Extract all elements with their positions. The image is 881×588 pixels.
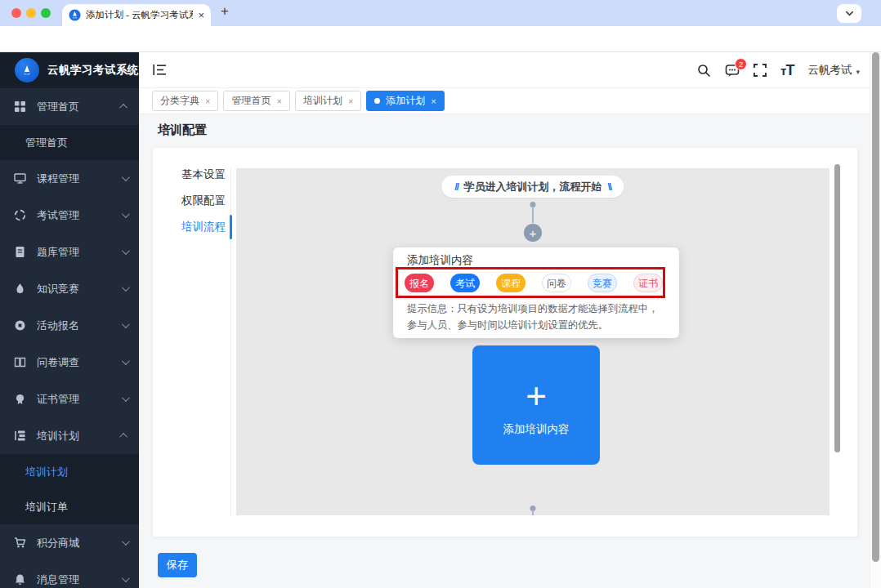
sidebar-item-courses[interactable]: 课程管理 xyxy=(0,160,139,197)
chevron-down-icon xyxy=(122,173,130,181)
popup-tip-text: 提示信息：只有设为培训项目的数据才能选择到流程中，参与人员、参与时间以培训计划设… xyxy=(407,301,667,333)
contest-flame-icon xyxy=(14,283,27,295)
sidebar-item-label: 管理首页 xyxy=(37,100,112,114)
flow-add-node-button[interactable]: + xyxy=(524,224,542,242)
favicon xyxy=(69,9,81,21)
sidebar-item-training-plan[interactable]: 培训计划 xyxy=(0,417,139,454)
flow-start-label: 学员进入培训计划，流程开始 xyxy=(464,180,602,194)
chip-course[interactable]: 课程 xyxy=(496,274,525,292)
notifications-icon[interactable]: 2 xyxy=(725,64,740,78)
add-content-popup: 添加培训内容 报名 考试 课程 问卷 竞赛 证书 提示信息：只有设为培训项目的数… xyxy=(393,247,679,338)
certificate-badge-icon xyxy=(14,393,27,405)
sidebar-subitem-training-orders[interactable]: 培训订单 xyxy=(0,489,139,524)
sidebar-item-label: 知识竞赛 xyxy=(37,282,112,296)
sidebar-item-dashboard[interactable]: 管理首页 xyxy=(0,88,139,125)
popup-title: 添加培训内容 xyxy=(407,253,473,268)
chip-contest[interactable]: 竞赛 xyxy=(588,274,617,292)
page-title: 培训配置 xyxy=(158,122,207,138)
tab-label: 管理首页 xyxy=(231,94,271,108)
app-header: 2 тT 云帆考试 ▾ xyxy=(139,52,881,88)
add-training-content-button[interactable]: + 添加培训内容 xyxy=(472,345,600,465)
save-button[interactable]: 保存 xyxy=(158,553,197,577)
sidebar-subitem-dashboard-home[interactable]: 管理首页 xyxy=(0,125,139,160)
chevron-down-icon xyxy=(845,9,854,18)
sidebar-item-exams[interactable]: 考试管理 xyxy=(0,197,139,234)
page-scrollbar-thumb[interactable] xyxy=(872,52,879,562)
new-tab-button[interactable]: + xyxy=(221,3,229,20)
content-type-chips: 报名 考试 课程 问卷 竞赛 证书 xyxy=(405,274,663,292)
sidebar-subitem-label: 培训订单 xyxy=(25,500,68,514)
font-size-icon[interactable]: тT xyxy=(780,62,794,79)
connector-line xyxy=(532,207,534,223)
main-content: 培训配置 基本设置 权限配置 培训流程 // 学员进入培训计划，流程开始 \\ … xyxy=(139,114,881,588)
chip-certificate[interactable]: 证书 xyxy=(633,274,663,292)
tab-add-plan[interactable]: 添加计划 × xyxy=(366,91,444,111)
chevron-down-icon xyxy=(122,357,130,365)
sidebar-subitem-training-plan[interactable]: 培训计划 xyxy=(0,454,139,489)
chevron-up-icon xyxy=(119,104,127,112)
sidebar-item-label: 考试管理 xyxy=(37,208,112,223)
sidebar-fold-icon[interactable] xyxy=(153,64,167,79)
question-bank-icon xyxy=(14,246,27,258)
chevron-down-icon xyxy=(122,283,130,292)
user-menu[interactable]: 云帆考试 ▾ xyxy=(807,63,860,78)
brand-header[interactable]: 云帆学习考试系统 xyxy=(0,52,139,88)
sidebar-item-survey[interactable]: 问卷调查 xyxy=(0,344,139,381)
chevron-down-icon xyxy=(122,394,130,402)
tab-permission-config[interactable]: 权限配置 xyxy=(153,188,230,214)
flow-canvas: // 学员进入培训计划，流程开始 \\ + 添加培训内容 报名 考试 课程 问卷… xyxy=(236,168,830,515)
browser-tab[interactable]: 添加计划 - 云帆学习考试系统 × xyxy=(62,4,211,26)
message-bell-icon xyxy=(14,573,27,586)
sidebar-item-label: 证书管理 xyxy=(37,392,112,407)
course-icon xyxy=(14,172,27,185)
chevron-down-icon xyxy=(122,210,130,218)
chip-survey[interactable]: 问卷 xyxy=(542,274,571,292)
tab-close-icon[interactable]: × xyxy=(431,96,436,106)
tab-close-icon[interactable]: × xyxy=(276,96,281,106)
page-scrollbar[interactable] xyxy=(870,52,881,588)
training-config-card: 基本设置 权限配置 培训流程 // 学员进入培训计划，流程开始 \\ + 添加培… xyxy=(152,147,858,537)
window-zoom-button[interactable] xyxy=(41,8,51,18)
sidebar-item-question-bank[interactable]: 题库管理 xyxy=(0,234,139,270)
browser-toolbar: ← → ↻ https://exam.yfhl.net/admin/plan/p… xyxy=(0,26,881,52)
notification-badge: 2 xyxy=(735,58,747,70)
backslash-decoration: \\ xyxy=(608,180,611,193)
chip-signup[interactable]: 报名 xyxy=(405,274,434,292)
tab-training-flow[interactable]: 培训流程 xyxy=(153,214,230,240)
sidebar-item-knowledge-contest[interactable]: 知识竞赛 xyxy=(0,270,139,307)
tab-dashboard[interactable]: 管理首页 × xyxy=(223,91,289,111)
fullscreen-icon[interactable] xyxy=(754,64,767,77)
sidebar-item-activity-signup[interactable]: 活动报名 xyxy=(0,307,139,344)
tab-search-chevron-button[interactable] xyxy=(837,4,861,23)
browser-tab-strip: 添加计划 - 云帆学习考试系统 × + xyxy=(0,0,881,26)
active-tab-dot xyxy=(374,98,380,104)
sidebar-item-certificates[interactable]: 证书管理 xyxy=(0,381,139,417)
window-close-button[interactable] xyxy=(11,8,21,18)
tab-basic-settings[interactable]: 基本设置 xyxy=(153,162,230,188)
browser-tab-title: 添加计划 - 云帆学习考试系统 xyxy=(86,9,193,21)
tab-label: 分类字典 xyxy=(160,94,199,108)
sidebar-item-label: 积分商城 xyxy=(37,536,112,550)
tab-close-icon[interactable]: × xyxy=(205,96,210,106)
canvas-scrollbar-thumb[interactable] xyxy=(834,164,840,452)
sidebar-item-messages[interactable]: 消息管理 xyxy=(0,561,139,588)
brand-title: 云帆学习考试系统 xyxy=(47,63,139,78)
active-tab-indicator xyxy=(230,215,232,239)
slash-decoration: // xyxy=(454,180,458,193)
tab-close-icon[interactable]: × xyxy=(198,9,204,21)
tab-close-icon[interactable]: × xyxy=(348,96,353,106)
chevron-down-icon xyxy=(122,320,130,328)
window-minimize-button[interactable] xyxy=(26,8,36,18)
tab-training-plan[interactable]: 培训计划 × xyxy=(295,91,361,111)
search-icon[interactable] xyxy=(697,64,711,78)
plus-icon: + xyxy=(525,378,547,414)
sidebar-item-points-mall[interactable]: 积分商城 xyxy=(0,524,139,561)
sidebar-item-label: 课程管理 xyxy=(37,172,112,186)
tab-label: 培训计划 xyxy=(303,94,342,108)
username: 云帆考试 xyxy=(807,63,852,78)
caret-down-icon: ▾ xyxy=(856,68,860,76)
tab-dict[interactable]: 分类字典 × xyxy=(152,91,218,111)
chip-exam[interactable]: 考试 xyxy=(450,274,480,292)
training-plan-icon xyxy=(14,430,27,442)
sidebar-item-label: 题库管理 xyxy=(37,245,112,260)
